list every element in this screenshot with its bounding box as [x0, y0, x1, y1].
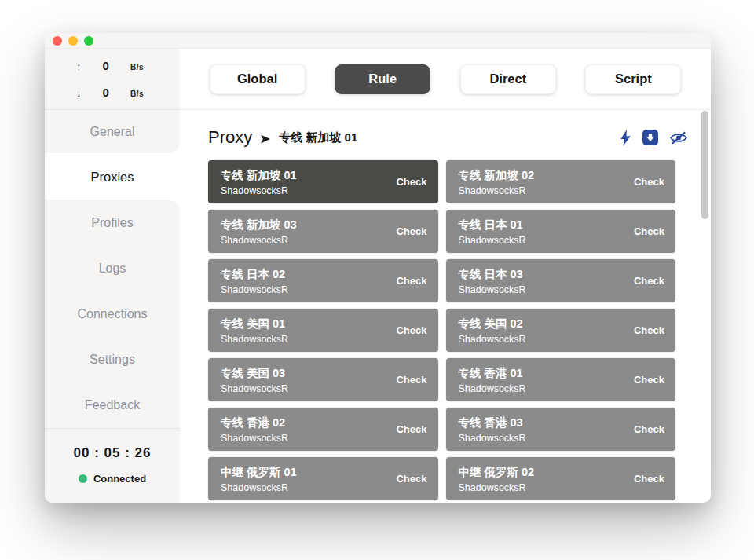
sidebar-item-proxies[interactable]: Proxies [45, 153, 180, 200]
sidebar-item-settings[interactable]: Settings [45, 337, 180, 382]
sidebar-item-profiles[interactable]: Profiles [45, 200, 180, 246]
proxy-name: 专线 美国 01 [221, 317, 288, 331]
sidebar: ↑ 0 B/s ↓ 0 B/s GeneralProxiesProfilesLo… [45, 49, 180, 502]
proxy-protocol: ShadowsocksR [459, 383, 526, 394]
status-dot-icon [79, 474, 87, 483]
scrollbar-thumb[interactable] [701, 111, 708, 219]
proxy-protocol: ShadowsocksR [221, 433, 288, 444]
check-button[interactable]: Check [634, 423, 664, 435]
proxy-name: 专线 新加坡 01 [221, 168, 297, 183]
proxy-protocol: ShadowsocksR [459, 482, 535, 493]
proxy-protocol: ShadowsocksR [459, 185, 535, 196]
check-button[interactable]: Check [634, 473, 664, 485]
check-button[interactable]: Check [634, 176, 664, 188]
traffic-speed-box: ↑ 0 B/s ↓ 0 B/s [45, 49, 180, 110]
proxy-card-info: 专线 新加坡 02ShadowsocksR [459, 168, 535, 196]
check-button[interactable]: Check [396, 176, 426, 188]
proxy-name: 专线 日本 01 [459, 218, 526, 232]
proxy-card[interactable]: 专线 香港 03ShadowsocksRCheck [446, 408, 676, 451]
proxy-protocol: ShadowsocksR [221, 383, 288, 394]
breadcrumb: Proxy 专线 新加坡 01 [208, 127, 357, 148]
content-header: Proxy 专线 新加坡 01 [208, 110, 687, 160]
proxy-card[interactable]: 专线 日本 03ShadowsocksRCheck [446, 259, 676, 302]
connection-status: Connected [79, 473, 146, 485]
window-titlebar [45, 33, 711, 49]
check-button[interactable]: Check [396, 275, 426, 287]
proxy-name: 专线 日本 03 [459, 267, 526, 282]
main-panel: GlobalRuleDirectScript Proxy 专线 新加坡 01 [180, 49, 711, 502]
proxy-card-info: 专线 美国 02ShadowsocksR [459, 317, 526, 345]
minimize-window-icon[interactable] [68, 36, 78, 46]
connection-timer: 00 : 05 : 26 [74, 445, 152, 461]
download-speed-value: 0 [103, 86, 109, 99]
proxy-card-info: 专线 新加坡 01ShadowsocksR [221, 168, 297, 196]
proxy-card[interactable]: 中继 俄罗斯 02ShadowsocksRCheck [446, 457, 676, 500]
check-button[interactable]: Check [396, 423, 426, 435]
proxy-card-info: 中继 俄罗斯 02ShadowsocksR [459, 465, 535, 493]
sidebar-item-logs[interactable]: Logs [45, 246, 180, 291]
proxy-card[interactable]: 专线 香港 01ShadowsocksRCheck [446, 358, 676, 401]
proxy-card[interactable]: 专线 美国 02ShadowsocksRCheck [446, 309, 676, 352]
tab-rule[interactable]: Rule [335, 64, 430, 94]
proxy-card-info: 专线 香港 02ShadowsocksR [221, 415, 288, 444]
proxy-card-info: 专线 新加坡 03ShadowsocksR [221, 218, 297, 246]
tab-direct[interactable]: Direct [460, 64, 556, 94]
proxy-protocol: ShadowsocksR [221, 185, 297, 196]
mode-tab-bar: GlobalRuleDirectScript [180, 49, 711, 110]
proxy-name: 专线 美国 02 [459, 317, 526, 331]
check-button[interactable]: Check [634, 225, 664, 237]
check-button[interactable]: Check [396, 225, 426, 237]
check-button[interactable]: Check [396, 473, 426, 485]
proxy-card[interactable]: 专线 日本 01ShadowsocksRCheck [446, 210, 676, 253]
sidebar-status-box: 00 : 05 : 26 Connected [45, 428, 180, 503]
proxy-protocol: ShadowsocksR [459, 235, 526, 246]
check-button[interactable]: Check [634, 374, 664, 386]
check-button[interactable]: Check [634, 275, 664, 287]
lightning-icon[interactable] [620, 130, 631, 146]
proxy-protocol: ShadowsocksR [221, 482, 297, 493]
download-speed-unit: B/s [130, 90, 144, 98]
proxy-card-info: 专线 美国 01ShadowsocksR [221, 317, 288, 345]
sidebar-item-general[interactable]: General [45, 110, 180, 153]
close-window-icon[interactable] [53, 36, 62, 46]
proxy-card[interactable]: 专线 日本 02ShadowsocksRCheck [208, 259, 438, 302]
sidebar-item-connections[interactable]: Connections [45, 291, 180, 337]
zoom-window-icon[interactable] [84, 36, 93, 46]
tab-script[interactable]: Script [585, 64, 681, 94]
download-arrow-icon: ↓ [76, 87, 82, 99]
proxy-card[interactable]: 专线 美国 01ShadowsocksRCheck [208, 309, 438, 352]
status-label: Connected [93, 473, 146, 485]
proxy-card-info: 专线 日本 01ShadowsocksR [459, 218, 526, 246]
proxy-card-info: 专线 香港 03ShadowsocksR [459, 415, 526, 444]
header-actions [620, 130, 687, 146]
upload-arrow-icon: ↑ [76, 60, 82, 72]
proxy-card[interactable]: 专线 美国 03ShadowsocksRCheck [208, 358, 438, 401]
sidebar-nav: GeneralProxiesProfilesLogsConnectionsSet… [45, 110, 180, 428]
proxy-protocol: ShadowsocksR [459, 334, 526, 345]
proxy-name: 中继 俄罗斯 02 [459, 465, 535, 480]
proxy-card[interactable]: 专线 新加坡 02ShadowsocksRCheck [446, 160, 676, 203]
check-button[interactable]: Check [396, 324, 426, 336]
proxy-name: 专线 香港 02 [221, 415, 288, 430]
eye-off-icon[interactable] [670, 131, 687, 145]
upload-speed-unit: B/s [130, 63, 144, 71]
proxy-card-info: 中继 俄罗斯 01ShadowsocksR [221, 465, 297, 493]
proxy-name: 中继 俄罗斯 01 [221, 465, 297, 480]
proxy-protocol: ShadowsocksR [459, 433, 526, 444]
tab-global[interactable]: Global [210, 64, 306, 94]
check-button[interactable]: Check [396, 374, 426, 386]
proxy-card[interactable]: 中继 俄罗斯 01ShadowsocksRCheck [208, 457, 438, 500]
selected-proxy-name: 专线 新加坡 01 [279, 130, 357, 145]
proxy-card[interactable]: 专线 新加坡 03ShadowsocksRCheck [208, 210, 438, 253]
proxy-name: 专线 新加坡 03 [221, 218, 297, 232]
proxy-card[interactable]: 专线 新加坡 01ShadowsocksRCheck [208, 160, 438, 203]
sidebar-item-feedback[interactable]: Feedback [45, 382, 180, 428]
proxy-grid: 专线 新加坡 01ShadowsocksRCheck专线 新加坡 02Shado… [208, 160, 675, 500]
latency-test-icon[interactable] [642, 130, 658, 145]
app-window: ↑ 0 B/s ↓ 0 B/s GeneralProxiesProfilesLo… [45, 33, 711, 503]
proxy-card[interactable]: 专线 香港 02ShadowsocksRCheck [208, 408, 438, 451]
proxy-card-info: 专线 香港 01ShadowsocksR [459, 366, 526, 394]
check-button[interactable]: Check [634, 324, 664, 336]
proxy-name: 专线 香港 01 [459, 366, 526, 381]
proxy-name: 专线 香港 03 [459, 415, 526, 430]
